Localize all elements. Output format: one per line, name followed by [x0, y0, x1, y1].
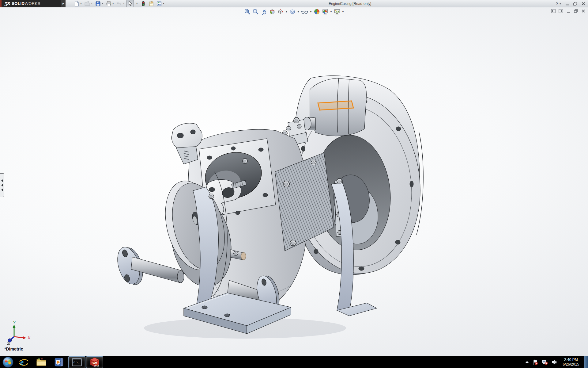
- collapse-arrow-icon: [1, 189, 3, 191]
- graphics-viewport[interactable]: ▼ ▼ ▼ ▼ ▼: [0, 7, 588, 356]
- select-dropdown-button[interactable]: ▼: [134, 2, 139, 6]
- close-button[interactable]: [581, 2, 586, 6]
- new-document-icon: [74, 1, 79, 6]
- apply-scene-button[interactable]: [321, 8, 329, 15]
- clock-date: 6/26/2015: [563, 362, 579, 367]
- rebuild-button[interactable]: [140, 0, 147, 7]
- print-button[interactable]: ▼: [105, 0, 115, 7]
- taskbar-file-explorer[interactable]: [33, 356, 50, 368]
- save-floppy-icon: [95, 1, 101, 6]
- start-button[interactable]: [1, 356, 15, 368]
- taskbar-command-prompt[interactable]: C:\_: [68, 356, 85, 368]
- display-style-icon: [289, 8, 296, 15]
- appearance-sphere-icon: [313, 8, 320, 15]
- mount-bracket-upper[interactable]: [172, 123, 202, 164]
- pane-right-icon[interactable]: [559, 9, 563, 13]
- menu-expand-arrow[interactable]: ▶: [61, 0, 66, 7]
- restore-button[interactable]: [573, 2, 578, 6]
- hide-show-items-button[interactable]: [301, 8, 309, 15]
- undo-button[interactable]: ▼: [116, 0, 126, 7]
- view-orientation-name: *Dimetric: [4, 347, 23, 351]
- solidworks-logo[interactable]: ƷS SOLIDWORKS: [0, 0, 61, 7]
- solidworks-logo-mark: ƷS: [5, 1, 10, 6]
- taskbar-internet-explorer[interactable]: e: [15, 356, 32, 368]
- previous-view-icon: [261, 8, 267, 15]
- taskbar-media-player[interactable]: [51, 356, 68, 368]
- document-close-button[interactable]: [581, 9, 586, 13]
- engine-casing-model[interactable]: [0, 7, 588, 356]
- brand-light-text: WORKS: [24, 1, 40, 6]
- save-dropdown-caret[interactable]: ▼: [101, 2, 104, 5]
- sw-icon-year: 2015: [94, 364, 99, 367]
- media-player-icon: [54, 357, 64, 367]
- new-dropdown-caret[interactable]: ▼: [80, 2, 82, 5]
- previous-view-button[interactable]: [260, 8, 268, 15]
- section-view-icon: [269, 8, 276, 15]
- triad-y-label: Y: [13, 320, 16, 325]
- taskbar-clock[interactable]: 2:40 PM 6/26/2015: [563, 358, 579, 367]
- view-settings-caret[interactable]: ▼: [342, 11, 344, 13]
- show-desktop-button[interactable]: [584, 356, 588, 368]
- taskbar-solidworks-2015[interactable]: SW 2015: [86, 356, 103, 368]
- hide-show-items-caret[interactable]: ▼: [310, 11, 312, 13]
- eyeglasses-icon: [301, 8, 308, 15]
- command-prompt-text: C:\_: [74, 361, 79, 364]
- printer-icon: [106, 1, 111, 6]
- brand-bold-text: SOLID: [12, 1, 24, 6]
- action-center-icon[interactable]: [532, 359, 538, 365]
- window-title: EngineCasing [Read-only]: [329, 0, 371, 7]
- select-tool-button[interactable]: [126, 0, 134, 7]
- options-button[interactable]: ▼: [156, 0, 166, 7]
- open-dropdown-caret[interactable]: ▼: [91, 2, 93, 5]
- new-document-button[interactable]: ▼: [73, 0, 83, 7]
- file-properties-button[interactable]: [148, 0, 155, 7]
- options-dropdown-caret[interactable]: ▼: [163, 2, 165, 5]
- zoom-to-fit-icon: [244, 8, 251, 15]
- selected-face-highlight[interactable]: [318, 101, 353, 110]
- options-checklist-icon: [156, 1, 162, 6]
- view-orientation-icon: [277, 8, 284, 15]
- taskbar-apps: e: [15, 356, 104, 368]
- document-restore-button[interactable]: [574, 9, 578, 13]
- top-cover-bracket[interactable]: [282, 78, 366, 139]
- headsup-view-toolbar: ▼ ▼ ▼ ▼ ▼: [244, 8, 345, 15]
- document-minimize-button[interactable]: [566, 9, 571, 13]
- display-style-caret[interactable]: ▼: [297, 11, 300, 13]
- collapse-arrow-icon: [1, 184, 3, 186]
- show-hidden-icons-button[interactable]: [525, 361, 529, 364]
- undo-dropdown-caret[interactable]: ▼: [123, 2, 125, 5]
- open-document-button[interactable]: ▼: [84, 0, 94, 7]
- help-dropdown-caret[interactable]: ▼: [559, 3, 561, 5]
- view-settings-icon: [334, 8, 340, 15]
- volume-icon[interactable]: [551, 359, 557, 365]
- edit-appearance-button[interactable]: [313, 8, 320, 15]
- solidworks-2015-icon: SW 2015: [89, 357, 100, 367]
- folder-icon: [36, 358, 47, 367]
- minimize-button[interactable]: [565, 2, 569, 6]
- collapse-arrow-icon: [1, 179, 3, 182]
- pane-left-icon[interactable]: [551, 9, 556, 13]
- zoom-to-area-button[interactable]: [252, 8, 259, 15]
- section-view-button[interactable]: [269, 8, 276, 15]
- featuremanager-collapsed-tab[interactable]: [0, 173, 4, 197]
- save-button[interactable]: ▼: [94, 0, 104, 7]
- apply-scene-caret[interactable]: ▼: [330, 11, 332, 13]
- document-window-controls: [551, 9, 586, 13]
- clock-time: 2:40 PM: [563, 358, 579, 362]
- main-toolbar: ▼ ▼ ▼ ▼ ▼: [73, 0, 166, 7]
- view-orientation-caret[interactable]: ▼: [285, 11, 288, 13]
- reference-triad: Y X: [4, 320, 31, 346]
- triad-x-label: X: [27, 335, 31, 340]
- display-style-button[interactable]: [289, 8, 296, 15]
- zoom-to-fit-button[interactable]: [244, 8, 251, 15]
- view-settings-button[interactable]: [333, 8, 341, 15]
- undo-arrow-icon: [117, 1, 122, 6]
- print-dropdown-caret[interactable]: ▼: [112, 2, 114, 5]
- solidworks-window: ƷS SOLIDWORKS ▶ ▼ ▼ ▼ ▼: [0, 0, 588, 368]
- network-disconnected-icon[interactable]: [541, 359, 548, 365]
- file-properties-icon: [149, 1, 154, 6]
- help-button[interactable]: ?: [556, 2, 558, 6]
- apply-scene-icon: [322, 8, 328, 15]
- view-orientation-button[interactable]: [277, 8, 284, 15]
- window-controls: ? ▼: [556, 0, 586, 7]
